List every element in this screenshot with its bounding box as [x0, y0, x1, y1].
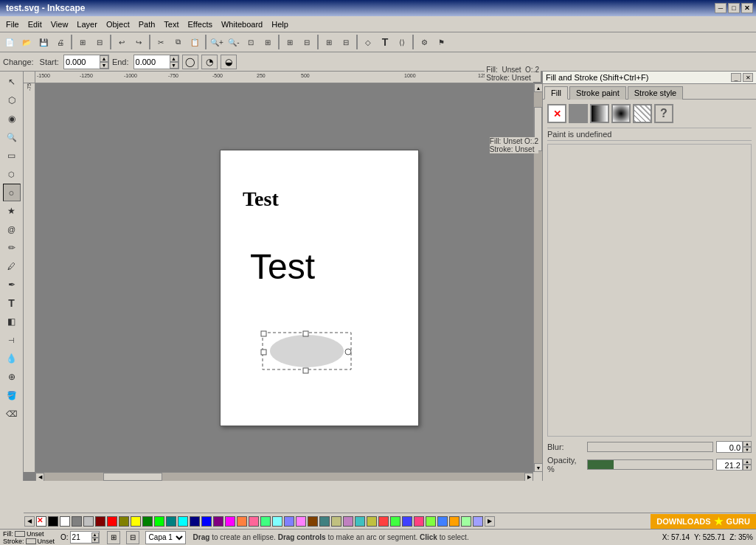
paint-pattern-button[interactable] [633, 104, 652, 123]
menu-object[interactable]: Object [102, 18, 134, 30]
start-spin-up[interactable]: ▲ [100, 55, 108, 62]
zoom-in-button[interactable]: 🔍+ [209, 34, 225, 50]
spiral-tool[interactable]: @ [3, 221, 21, 238]
tweak-tool[interactable]: ◉ [3, 110, 21, 128]
scroll-v-down[interactable]: ▼ [534, 463, 542, 472]
calligraphy-tool[interactable]: ✒ [3, 276, 21, 294]
dropper-tool[interactable]: 💧 [3, 350, 21, 367]
opacity-spin-up[interactable]: ▲ [91, 532, 99, 538]
import-button[interactable]: ⊞ [74, 34, 91, 50]
menu-view[interactable]: View [46, 18, 73, 30]
box3d-tool[interactable]: ⬡ [3, 165, 21, 183]
color-navy[interactable] [190, 516, 200, 527]
snap2-button[interactable]: ⊟ [299, 34, 315, 50]
color-yellowgreen[interactable] [426, 516, 436, 527]
color-silver[interactable] [83, 516, 94, 527]
print-button[interactable]: 🖨 [52, 34, 69, 50]
end-spin-down[interactable]: ▼ [170, 62, 178, 69]
paint-none-button[interactable]: ✕ [547, 104, 566, 123]
minimize-button[interactable]: ─ [715, 3, 726, 13]
blur-spin-down[interactable]: ▼ [743, 447, 752, 453]
color-fuchsia[interactable] [225, 516, 235, 527]
color-orange[interactable] [237, 516, 247, 527]
spray-tool[interactable]: ⊕ [3, 368, 21, 386]
pen-tool[interactable]: 🖊 [3, 257, 21, 275]
scroll-h-thumb[interactable] [103, 473, 162, 481]
pencil-tool[interactable]: ✏ [3, 239, 21, 257]
color-khaki[interactable] [331, 516, 341, 527]
node-editor-button[interactable]: ◇ [360, 34, 376, 50]
paint-linear-button[interactable] [590, 104, 609, 123]
color-red[interactable] [107, 516, 117, 527]
menu-file[interactable]: File [1, 18, 24, 30]
xml-editor-button[interactable]: ⟨⟩ [394, 34, 410, 50]
color-brown[interactable] [308, 516, 318, 527]
menu-layer[interactable]: Layer [72, 18, 102, 30]
menu-whiteboard[interactable]: Whiteboard [217, 18, 267, 30]
palette-scroll-left[interactable]: ◀ [24, 516, 35, 527]
tab-stroke-paint[interactable]: Stroke paint [569, 86, 626, 100]
color-black[interactable] [48, 516, 58, 527]
end-spin-up[interactable]: ▲ [170, 55, 178, 62]
redo-button[interactable]: ↪ [131, 34, 147, 50]
open-button[interactable]: 📂 [18, 34, 35, 50]
zoom-tool[interactable]: 🔍 [3, 128, 21, 146]
color-salmon[interactable] [378, 516, 389, 527]
bucket-tool[interactable]: 🪣 [3, 386, 21, 404]
color-pink[interactable] [249, 516, 259, 527]
panel-header-buttons[interactable]: _ ✕ [731, 73, 753, 82]
end-input[interactable] [134, 55, 170, 69]
scroll-h-track[interactable] [44, 473, 524, 481]
panel-minimize-button[interactable]: _ [731, 73, 741, 82]
opacity-status-input[interactable] [71, 532, 91, 543]
color-gray[interactable] [72, 516, 82, 527]
eraser-tool[interactable]: ⌫ [3, 405, 21, 423]
undo-button[interactable]: ↩ [114, 34, 130, 50]
paint-flat-button[interactable] [569, 104, 588, 123]
panel-close-button[interactable]: ✕ [743, 73, 753, 82]
cut-button[interactable]: ✂ [153, 34, 169, 50]
color-yellow[interactable] [131, 516, 141, 527]
color-mint[interactable] [260, 516, 271, 527]
canvas-area[interactable]: -1500 -1250 -1000 -750 -500 250 500 1000… [24, 72, 542, 481]
star-tool[interactable]: ★ [3, 202, 21, 220]
color-lavender[interactable] [473, 516, 483, 527]
color-cyan[interactable] [178, 516, 188, 527]
color-amber[interactable] [449, 516, 460, 527]
color-hotpink[interactable] [414, 516, 424, 527]
tab-stroke-style[interactable]: Stroke style [628, 86, 683, 100]
menu-text[interactable]: Text [159, 18, 183, 30]
opacity-spin-down[interactable]: ▼ [743, 465, 752, 471]
zoom-fit-button[interactable]: ⊡ [243, 34, 259, 50]
tab-fill[interactable]: Fill [544, 86, 568, 100]
layer-select[interactable]: Capa 1 [145, 531, 186, 544]
select-tool[interactable]: ↖ [3, 73, 21, 91]
blur-slider[interactable] [587, 442, 713, 452]
maximize-button[interactable]: □ [728, 3, 740, 13]
scroll-v-up[interactable]: ▲ [534, 83, 542, 92]
color-palegreen[interactable] [461, 516, 471, 527]
blur-spin-up[interactable]: ▲ [743, 441, 752, 447]
color-olive[interactable] [119, 516, 129, 527]
save-button[interactable]: 💾 [35, 34, 52, 50]
color-maroon[interactable] [95, 516, 105, 527]
scroll-h-right[interactable]: ▶ [524, 473, 533, 481]
close-button[interactable]: ✕ [741, 3, 753, 13]
color-white[interactable] [60, 516, 70, 527]
arc-open-button[interactable]: ◒ [221, 55, 237, 69]
paint-radial-button[interactable] [611, 104, 631, 123]
start-spin-down[interactable]: ▼ [100, 62, 108, 69]
transform-button[interactable]: ⊞ [321, 34, 337, 50]
status-icon2[interactable]: ⊟ [126, 531, 139, 544]
new-button[interactable]: 📄 [1, 34, 18, 50]
gradient-tool[interactable]: ◧ [3, 313, 21, 330]
menu-effects[interactable]: Effects [184, 18, 217, 30]
color-lightgreen[interactable] [390, 516, 400, 527]
zoom-out-button[interactable]: 🔍- [226, 34, 242, 50]
copy-button[interactable]: ⧉ [170, 34, 186, 50]
arc-full-button[interactable]: ◯ [182, 55, 198, 69]
status-icon1[interactable]: ⊞ [107, 531, 120, 544]
opacity-slider[interactable] [587, 459, 713, 470]
align-button[interactable]: ⊟ [338, 34, 354, 50]
rect-tool[interactable]: ▭ [3, 147, 21, 164]
